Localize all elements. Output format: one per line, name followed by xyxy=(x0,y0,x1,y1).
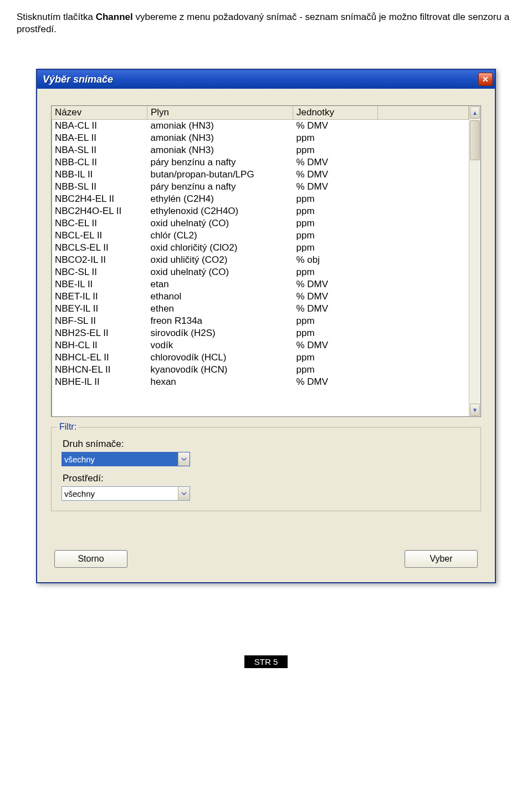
cell-name: NBC-SL II xyxy=(52,266,147,278)
table-row[interactable]: NBC-EL IIoxid uhelnatý (CO)ppm xyxy=(52,217,469,230)
table-header-row: Název Plyn Jednotky xyxy=(52,106,469,120)
cancel-button[interactable]: Storno xyxy=(54,550,127,568)
cell-name: NBET-IL II xyxy=(52,291,147,303)
cell-gas: oxid uhličitý (CO2) xyxy=(147,254,293,266)
cell-name: NBF-SL II xyxy=(52,315,147,327)
cell-spacer xyxy=(378,242,469,254)
cell-units: % DMV xyxy=(293,156,378,169)
table-row[interactable]: NBB-IL IIbutan/propan-butan/LPG% DMV xyxy=(52,169,469,181)
cell-gas: ethen xyxy=(147,303,293,315)
cell-name: NBB-CL II xyxy=(52,156,147,169)
cell-name: NBB-IL II xyxy=(52,169,147,181)
cell-name: NBE-IL II xyxy=(52,278,147,291)
cell-spacer xyxy=(378,120,469,133)
cell-gas: oxid chloričitý (ClO2) xyxy=(147,242,293,254)
cell-units: % DMV xyxy=(293,376,378,388)
cell-gas: ethylenoxid (C2H4O) xyxy=(147,205,293,217)
col-header-units[interactable]: Jednotky xyxy=(293,106,378,120)
cell-name: NBCO2-IL II xyxy=(52,254,147,266)
cell-units: % DMV xyxy=(293,303,378,315)
cell-gas: sirovodík (H2S) xyxy=(147,327,293,339)
cell-name: NBH2S-EL II xyxy=(52,327,147,339)
col-header-gas[interactable]: Plyn xyxy=(147,106,293,120)
sensor-type-value: všechny xyxy=(62,452,178,466)
table-row[interactable]: NBET-IL IIethanol% DMV xyxy=(52,291,469,303)
cell-name: NBA-EL II xyxy=(52,132,147,144)
cell-spacer xyxy=(378,230,469,242)
cell-gas: amoniak (NH3) xyxy=(147,144,293,156)
cell-units: ppm xyxy=(293,132,378,144)
dialog-body: Název Plyn Jednotky NBA-CL IIamoniak (HN… xyxy=(37,89,495,582)
table-row[interactable]: NBB-CL IIpáry benzínu a nafty% DMV xyxy=(52,156,469,169)
select-button[interactable]: Vyber xyxy=(405,550,478,568)
cell-gas: páry benzínu a nafty xyxy=(147,181,293,193)
cell-spacer xyxy=(378,144,469,156)
col-header-name[interactable]: Název xyxy=(52,106,147,120)
close-button[interactable]: ✕ xyxy=(478,73,493,86)
environment-dropdown-button[interactable] xyxy=(178,487,190,500)
table-row[interactable]: NBHCN-EL IIkyanovodík (HCN)ppm xyxy=(52,364,469,376)
cell-gas: ethanol xyxy=(147,291,293,303)
cell-name: NBCLS-EL II xyxy=(52,242,147,254)
cell-spacer xyxy=(378,315,469,327)
sensor-type-combo[interactable]: všechny xyxy=(62,452,190,466)
table-row[interactable]: NBC-SL IIoxid uhelnatý (CO)ppm xyxy=(52,266,469,278)
table-row[interactable]: NBH2S-EL IIsirovodík (H2S)ppm xyxy=(52,327,469,339)
cell-spacer xyxy=(378,278,469,291)
scroll-track[interactable] xyxy=(469,119,480,403)
table-row[interactable]: NBH-CL IIvodík% DMV xyxy=(52,339,469,352)
cell-units: ppm xyxy=(293,217,378,230)
table-row[interactable]: NBF-SL IIfreon R134appm xyxy=(52,315,469,327)
cell-name: NBB-SL II xyxy=(52,181,147,193)
cell-spacer xyxy=(378,376,469,388)
environment-label: Prostředí: xyxy=(63,473,470,484)
filter-group: Filtr: Druh snímače: všechny Prostředí: … xyxy=(51,427,481,511)
cell-units: ppm xyxy=(293,144,378,156)
table-row[interactable]: NBA-SL IIamoniak (NH3)ppm xyxy=(52,144,469,156)
cell-spacer xyxy=(378,266,469,278)
cell-name: NBHCN-EL II xyxy=(52,364,147,376)
cell-spacer xyxy=(378,193,469,205)
environment-combo[interactable]: všechny xyxy=(62,486,190,501)
table-row[interactable]: NBHCL-EL IIchlorovodík (HCL)ppm xyxy=(52,352,469,364)
cell-spacer xyxy=(378,205,469,217)
cell-units: ppm xyxy=(293,352,378,364)
table-row[interactable]: NBA-CL IIamoniak (HN3)% DMV xyxy=(52,120,469,133)
cell-gas: chlór (CL2) xyxy=(147,230,293,242)
scroll-up-button[interactable]: ▲ xyxy=(470,106,480,119)
table-row[interactable]: NBEY-IL IIethen% DMV xyxy=(52,303,469,315)
table-row[interactable]: NBCO2-IL IIoxid uhličitý (CO2)% obj xyxy=(52,254,469,266)
scroll-thumb[interactable] xyxy=(470,120,480,160)
chevron-down-icon xyxy=(181,456,187,462)
table-row[interactable]: NBHE-IL IIhexan% DMV xyxy=(52,376,469,388)
cell-spacer xyxy=(378,181,469,193)
sensor-table[interactable]: Název Plyn Jednotky NBA-CL IIamoniak (HN… xyxy=(52,106,469,388)
table-row[interactable]: NBCL-EL IIchlór (CL2)ppm xyxy=(52,230,469,242)
vertical-scrollbar[interactable]: ▲ ▼ xyxy=(469,106,480,416)
dialog-button-row: Storno Vyber xyxy=(51,550,481,571)
table-row[interactable]: NBCLS-EL IIoxid chloričitý (ClO2)ppm xyxy=(52,242,469,254)
cell-name: NBA-SL II xyxy=(52,144,147,156)
cell-units: ppm xyxy=(293,364,378,376)
cell-name: NBCL-EL II xyxy=(52,230,147,242)
table-row[interactable]: NBC2H4-EL IIethylén (C2H4)ppm xyxy=(52,193,469,205)
scroll-down-button[interactable]: ▼ xyxy=(470,404,480,416)
table-row[interactable]: NBB-SL IIpáry benzínu a nafty% DMV xyxy=(52,181,469,193)
sensor-select-dialog: Výběr snímače ✕ Název Plyn Jednotky xyxy=(36,69,496,583)
close-icon: ✕ xyxy=(482,75,489,83)
cell-gas: amoniak (NH3) xyxy=(147,132,293,144)
table-row[interactable]: NBA-EL IIamoniak (NH3)ppm xyxy=(52,132,469,144)
cell-spacer xyxy=(378,303,469,315)
environment-value: všechny xyxy=(62,487,178,500)
cell-units: % DMV xyxy=(293,181,378,193)
cell-spacer xyxy=(378,169,469,181)
cell-gas: butan/propan-butan/LPG xyxy=(147,169,293,181)
table-row[interactable]: NBE-IL IIetan% DMV xyxy=(52,278,469,291)
sensor-type-dropdown-button[interactable] xyxy=(178,452,190,466)
table-row[interactable]: NBC2H4O-EL IIethylenoxid (C2H4O)ppm xyxy=(52,205,469,217)
sensor-list-panel: Název Plyn Jednotky NBA-CL IIamoniak (HN… xyxy=(51,105,481,417)
cell-units: ppm xyxy=(293,193,378,205)
cell-spacer xyxy=(378,327,469,339)
cell-gas: etan xyxy=(147,278,293,291)
cell-spacer xyxy=(378,254,469,266)
